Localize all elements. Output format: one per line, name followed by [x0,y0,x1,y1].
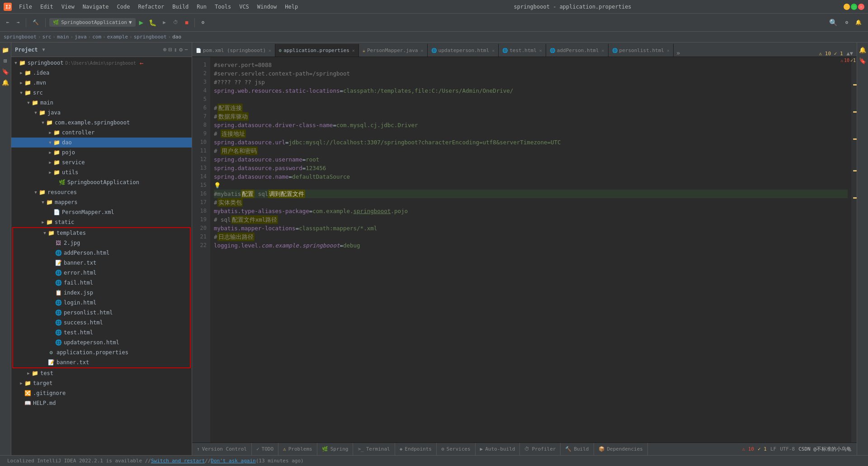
tab-appprops[interactable]: ⚙ application.properties ✕ [275,44,359,57]
locate-icon[interactable]: ⊕ [163,46,167,53]
tree-testhtml[interactable]: 🌐 test.html [13,328,190,338]
tree-target[interactable]: ▶ 📁 target [11,378,192,388]
gear-icon[interactable]: ⚙ [179,46,183,53]
tree-indexjsp[interactable]: 📋 index.jsp [13,288,190,298]
expand-icon[interactable]: ↕ [174,46,178,53]
tree-updateperson[interactable]: 🌐 updateperson.html [13,338,190,347]
structure-icon[interactable]: ⊞ [1,56,10,65]
breadcrumb-example[interactable]: example [107,34,128,40]
tree-mvn[interactable]: ▶ 📁 .mvn [11,78,192,88]
toolbar-forward[interactable]: → [14,18,23,27]
tab-personmapper[interactable]: ☕ PersonMapper.java ✕ [359,44,428,57]
updateperson-tab-close[interactable]: ✕ [492,48,495,53]
tree-root[interactable]: ▼ 📁 springbooot D:\Users\Admin\springboo… [11,58,192,68]
appprops-tab-close[interactable]: ✕ [352,48,355,53]
tree-templates[interactable]: ▼ 📁 templates [13,228,190,238]
notification-icon[interactable]: 🔔 [1,78,10,87]
menu-run[interactable]: Run [193,3,210,11]
tree-main[interactable]: ▼ 📁 main [11,98,192,108]
tree-idea[interactable]: ▶ 📁 .idea [11,68,192,78]
tree-test[interactable]: ▶ 📁 test [11,368,192,378]
menu-vcs[interactable]: VCS [236,3,253,11]
notifications-button[interactable]: 🔔 [853,18,864,27]
scroll-up-btn[interactable]: ▲ [847,50,850,57]
dependencies-tab[interactable]: 📦 Dependencies [594,443,648,456]
menu-help[interactable]: Help [281,3,302,11]
breadcrumb-java[interactable]: java [75,34,87,40]
addperson-tab-close[interactable]: ✕ [602,48,604,53]
maximize-button[interactable]: □ [851,4,857,10]
breadcrumb-springbooot[interactable]: springbooot [4,34,37,40]
code-area[interactable]: #server.port=8088 #server.servlet.contex… [210,57,851,442]
tree-appprops[interactable]: ⚙ application.properties [13,347,190,357]
tab-addperson[interactable]: 🌐 addPerson.html ✕ [546,44,609,57]
notification-switch-link[interactable]: Switch and restart [151,458,205,464]
build-tab[interactable]: 🔨 Build [561,443,594,456]
tab-more-button[interactable]: » [674,49,683,57]
personlist-tab-close[interactable]: ✕ [667,48,670,53]
breadcrumb-src[interactable]: src [42,34,51,40]
project-icon[interactable]: 📁 [1,45,10,54]
version-control-tab[interactable]: ↑ Version Control [192,443,252,456]
tree-app-class[interactable]: 🌿 SpringboootApplication [11,177,192,187]
tree-errorhtml[interactable]: 🌐 error.html [13,268,190,278]
settings2-button[interactable]: ⚙ [842,18,851,27]
terminal-tab[interactable]: >_ Terminal [353,443,395,456]
notification-side-icon[interactable]: 🔔 [858,45,867,54]
search-button[interactable]: 🔍 [826,17,840,28]
tab-updateperson[interactable]: 🌐 updateperson.html ✕ [428,44,499,57]
tree-bannertxt[interactable]: 📝 banner.txt [13,258,190,268]
breadcrumb-main[interactable]: main [57,34,69,40]
notification-dismiss-link[interactable]: Don't ask again [211,458,255,464]
problems-tab[interactable]: ⚠ Problems [278,443,317,456]
tree-mappers[interactable]: ▼ 📁 mappers [11,197,192,207]
tree-bannertxt2[interactable]: 📝 banner.txt [13,357,190,367]
tree-com-example[interactable]: ▼ 📁 com.example.springbooot [11,118,192,128]
menu-window[interactable]: Window [254,3,280,11]
tree-successhtml[interactable]: 🌐 success.html [13,318,190,328]
tree-src[interactable]: ▼ 📁 src [11,88,192,98]
autobuild-tab[interactable]: ▶ Auto-build [476,443,520,456]
breadcrumb-dao[interactable]: dao [172,34,181,40]
scroll-down-btn[interactable]: ▼ [850,50,853,57]
menu-file[interactable]: File [15,3,36,11]
collapse-all-icon[interactable]: ⊟ [169,46,172,53]
tree-static[interactable]: ▶ 📁 static [11,217,192,227]
menu-refactor[interactable]: Refactor [134,3,168,11]
bookmarks-icon[interactable]: 🔖 [1,67,10,76]
tree-java[interactable]: ▼ 📁 java [11,108,192,118]
tab-personlist[interactable]: 🌐 personlist.html ✕ [609,44,674,57]
bookmark-side-icon[interactable]: 🔖 [858,56,867,65]
minimize-button[interactable]: — [844,4,850,10]
tree-2jpg[interactable]: 🖼 2.jpg [13,238,190,248]
menu-view[interactable]: View [58,3,78,11]
run-button[interactable]: ▶ [137,17,146,28]
tree-resources[interactable]: ▼ 📁 resources [11,187,192,197]
spring-tab[interactable]: 🌿 Spring [317,443,354,456]
settings-button[interactable]: ⚙ [198,18,207,27]
personmapper-tab-close[interactable]: ✕ [421,48,424,53]
tab-testhtml[interactable]: 🌐 test.html ✕ [499,44,546,57]
close-button[interactable]: ✕ [858,4,864,10]
menu-edit[interactable]: Edit [37,3,57,11]
todo-tab[interactable]: ✓ TODO [252,443,278,456]
tab-pom[interactable]: 📄 pom.xml (springbooot) ✕ [192,44,275,57]
pom-tab-close[interactable]: ✕ [269,48,271,53]
tree-pojo[interactable]: ▶ 📁 pojo [11,147,192,157]
toolbar-back[interactable]: ← [4,18,12,27]
menu-tools[interactable]: Tools [211,3,235,11]
tree-controller[interactable]: ▶ 📁 controller [11,128,192,138]
tree-dao[interactable]: ▼ 📁 dao [11,138,192,147]
toolbar-build[interactable]: 🔨 [30,18,42,27]
tree-personlisthtml[interactable]: 🌐 personlist.html [13,308,190,318]
menu-build[interactable]: Build [169,3,192,11]
tree-service[interactable]: ▶ 📁 service [11,157,192,167]
tree-helpmd[interactable]: 📖 HELP.md [11,398,192,408]
coverage-button[interactable]: ▶ [160,18,169,27]
stop-button[interactable]: ■ [183,18,191,27]
tree-gitignore[interactable]: 🔀 .gitignore [11,388,192,398]
tree-utils[interactable]: ▶ 📁 utils [11,167,192,177]
tree-addperson[interactable]: 🌐 addPerson.html [13,248,190,258]
profile-button[interactable]: ⏱ [170,18,181,27]
tree-failhtml[interactable]: 🌐 fail.html [13,278,190,288]
